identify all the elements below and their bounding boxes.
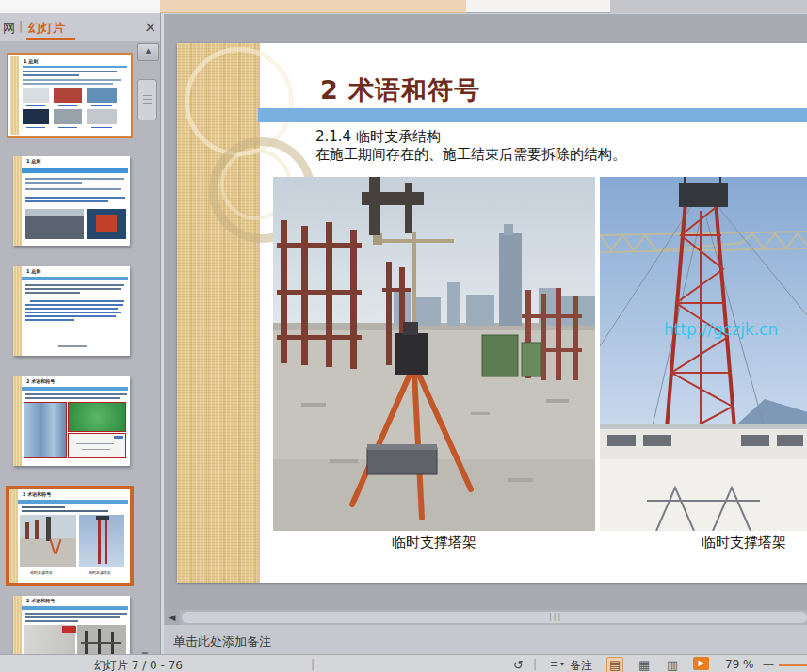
slide-thumbnail-6[interactable]: 2 术语和符号: [13, 596, 130, 654]
panel-tab-bar: 网 | 幻灯片 ×: [0, 13, 160, 41]
notes-toggle-button[interactable]: 备注: [570, 658, 592, 672]
presentation-app-window: 网 | 幻灯片 × ▲ 1 总则: [0, 0, 807, 672]
caption-right[interactable]: 临时支撑塔架: [702, 534, 786, 552]
slide-thumbnail-3[interactable]: 1 总则: [13, 266, 130, 356]
horizontal-scrollbar-track[interactable]: |||: [182, 612, 807, 623]
thumbnail-preview: 2 术语和符号 临: [9, 489, 130, 583]
reading-view-button[interactable]: ▥: [667, 658, 678, 672]
tab-slides-active-underline: [26, 38, 75, 40]
slide-thumbnail-2[interactable]: 1 总则: [13, 156, 130, 246]
chevron-down-icon[interactable]: ▾: [560, 660, 564, 668]
caption-left[interactable]: 临时支撑塔架: [273, 534, 595, 552]
thumbnail-preview: 1 总则: [10, 56, 129, 135]
top-toolbar-strip: [0, 0, 807, 13]
scroll-down-button[interactable]: ▼: [135, 648, 155, 654]
slideshow-play-button[interactable]: ▶: [693, 657, 709, 670]
tab-outline[interactable]: 网: [3, 20, 15, 37]
thumbnail-preview: 2 术语和符号: [13, 376, 130, 466]
slide-canvas[interactable]: 2 术语和符号 2.1.4 临时支承结构 在施工期间存在的、施工结束后需要拆除的…: [177, 43, 807, 583]
zoom-level: 79 %: [725, 658, 754, 671]
slide-thumbnail-4[interactable]: 2 术语和符号: [13, 376, 130, 466]
construction-site-image: [273, 177, 595, 531]
photo-construction-site[interactable]: [273, 177, 595, 531]
top-strip-left: [0, 0, 160, 14]
history-icon[interactable]: ↺: [513, 658, 524, 672]
notes-placeholder: 单击此处添加备注: [173, 633, 271, 650]
status-bar: 幻灯片 7 / 0 - 76 | ↺ | ≡ ▾ 备注 ▤ ▦ ▥ ▶ 79 %…: [0, 654, 807, 672]
thumbnail-preview: 1 总则: [13, 266, 130, 356]
body-line-2: 在施工期间存在的、施工结束后需要拆除的结构。: [315, 146, 626, 164]
status-divider-2: |: [533, 658, 537, 671]
top-strip-white: [466, 0, 610, 12]
thumbnail-list: ▲ 1 总则: [0, 41, 160, 654]
thumbnail-preview: 1 总则: [13, 156, 130, 246]
slides-thumbnail-panel: 网 | 幻灯片 × ▲ 1 总则: [0, 13, 160, 654]
slide-counter: 幻灯片 7 / 0 - 76: [94, 658, 183, 672]
close-icon[interactable]: ×: [144, 18, 156, 36]
photo-support-tower[interactable]: http://gczjk.cn: [600, 177, 807, 531]
tab-slides[interactable]: 幻灯片: [28, 20, 65, 37]
horizontal-scrollbar[interactable]: ◀ |||: [164, 610, 807, 625]
scrollbar-grip: |||: [549, 613, 562, 621]
panel-scrollbar-thumb[interactable]: [137, 79, 157, 120]
status-divider-1: |: [311, 658, 315, 671]
scroll-up-button[interactable]: ▲: [137, 43, 159, 61]
slide-thumbnail-5-current[interactable]: 2 术语和符号 临: [6, 486, 134, 586]
tab-separator: |: [19, 20, 23, 33]
top-strip-ribbon-remnant: [160, 0, 466, 13]
normal-view-button[interactable]: ▤: [606, 657, 623, 672]
body-line-1: 2.1.4 临时支承结构: [315, 128, 626, 146]
scroll-left-icon: ◀: [169, 613, 176, 622]
slide-thumbnail-1[interactable]: 1 总则: [7, 53, 133, 138]
zoom-out-button[interactable]: —: [763, 658, 774, 671]
notes-toggle-icon[interactable]: ≡: [550, 658, 558, 670]
watermark-text: http://gczjk.cn: [664, 320, 778, 339]
slide-body-text[interactable]: 2.1.4 临时支承结构 在施工期间存在的、施工结束后需要拆除的结构。: [315, 128, 626, 164]
slide-title-bar: [258, 108, 807, 122]
support-tower-image: [600, 177, 807, 531]
slide-decorative-band: [177, 43, 260, 583]
zoom-slider[interactable]: [779, 664, 807, 666]
thumbnail-preview: 2 术语和符号: [13, 596, 130, 654]
slide-title[interactable]: 2 术语和符号: [320, 73, 480, 107]
slide-workspace: 2 术语和符号 2.1.4 临时支承结构 在施工期间存在的、施工结束后需要拆除的…: [164, 13, 807, 611]
top-strip-gray: [610, 0, 807, 13]
notes-panel[interactable]: 单击此处添加备注: [164, 625, 807, 654]
scroll-up-icon: ▲: [146, 47, 151, 55]
slide-sorter-view-button[interactable]: ▦: [638, 658, 650, 672]
scroll-left-button[interactable]: ◀: [165, 610, 180, 625]
